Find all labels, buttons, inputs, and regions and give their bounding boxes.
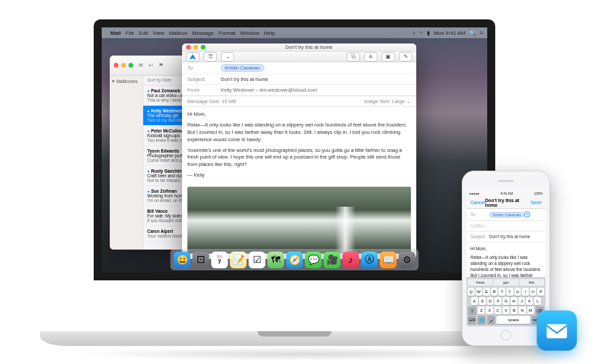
zoom-button[interactable] bbox=[201, 45, 205, 50]
menubar-edit[interactable]: Edit bbox=[139, 30, 148, 36]
recipient-pill[interactable]: Kristin Canavan bbox=[221, 64, 264, 72]
recipient-pill[interactable]: Kristin Canavan bbox=[489, 212, 524, 217]
menubar-message[interactable]: Message bbox=[192, 30, 213, 36]
sidebar-mailboxes[interactable]: Mailboxes bbox=[116, 79, 138, 84]
minimize-button[interactable] bbox=[121, 63, 126, 68]
chevron-down-icon[interactable]: ⌄ bbox=[221, 52, 234, 62]
zoom-button[interactable] bbox=[128, 63, 133, 68]
numbers-key[interactable]: 123 bbox=[468, 316, 476, 324]
letter-key[interactable]: Z bbox=[478, 306, 485, 314]
spotlight-icon[interactable]: 🔍 bbox=[469, 30, 476, 36]
letter-key[interactable]: A bbox=[471, 297, 478, 305]
letter-key[interactable]: V bbox=[503, 306, 509, 314]
space-key[interactable]: space bbox=[497, 316, 530, 324]
letter-key[interactable]: Q bbox=[468, 288, 474, 296]
size-bar: Message Size: 15 MB Image Size: Large ⌄ bbox=[182, 96, 416, 107]
suggestion[interactable]: the bbox=[519, 279, 544, 286]
letter-key[interactable]: K bbox=[526, 297, 533, 305]
menubar-window[interactable]: Window bbox=[240, 30, 259, 36]
battery-icon[interactable]: ▮ bbox=[427, 30, 430, 36]
letter-key[interactable]: E bbox=[483, 288, 490, 296]
dock-sysprefs[interactable]: ⚙ bbox=[399, 252, 416, 268]
dock: 😀 ⚀ JUL7 📝 ☑ 🗺 🧭 💬 🎥 ♪ Ⓐ 📖 ⚙ bbox=[171, 249, 419, 270]
letter-key[interactable]: C bbox=[495, 306, 501, 314]
letter-key[interactable]: R bbox=[491, 288, 498, 296]
subject-field[interactable]: Subject:Don't try this at home bbox=[466, 232, 545, 242]
header-fields-button[interactable]: ☰ bbox=[203, 52, 217, 62]
letter-key[interactable]: F bbox=[495, 297, 501, 305]
reply-icon[interactable]: ↩ bbox=[149, 62, 153, 68]
menubar: Mail File Edit View Mailbox Message Form… bbox=[102, 27, 487, 38]
letter-key[interactable]: Y bbox=[507, 288, 513, 296]
cancel-button[interactable]: Cancel bbox=[470, 200, 485, 205]
shift-key[interactable]: ⇧ bbox=[468, 306, 476, 314]
from-field[interactable]: From:Kelly Westover – km.westover@icloud… bbox=[182, 85, 416, 96]
dock-messages[interactable]: 💬 bbox=[305, 252, 322, 268]
letter-key[interactable]: T bbox=[499, 288, 505, 296]
letter-key[interactable]: N bbox=[519, 306, 525, 314]
letter-key[interactable]: I bbox=[522, 288, 529, 296]
letter-key[interactable]: H bbox=[511, 297, 517, 305]
minimize-button[interactable] bbox=[193, 45, 198, 50]
close-button[interactable] bbox=[114, 63, 118, 68]
body-paragraph: Yosemite's one of the world's most photo… bbox=[187, 147, 411, 169]
message-body[interactable]: Hi Mom, Relax—it only looks like I was s… bbox=[182, 107, 416, 187]
send-button[interactable] bbox=[186, 52, 199, 62]
flag-icon[interactable]: ⚑ bbox=[159, 62, 163, 68]
letter-key[interactable]: U bbox=[515, 288, 521, 296]
markup-button[interactable]: ✎ bbox=[399, 52, 412, 62]
dock-maps[interactable]: 🗺 bbox=[268, 252, 284, 268]
dock-appstore[interactable]: Ⓐ bbox=[361, 252, 378, 268]
dock-launchpad[interactable]: ⚀ bbox=[193, 252, 209, 268]
letter-key[interactable]: O bbox=[530, 288, 537, 296]
dock-ibooks[interactable]: 📖 bbox=[380, 252, 397, 268]
to-field[interactable]: To:Kristin Canavan bbox=[182, 62, 416, 74]
attach-button[interactable]: 📎 bbox=[347, 52, 360, 62]
mailbox-sidebar[interactable]: ▸Mailboxes bbox=[110, 76, 143, 250]
mic-key[interactable]: 🎤 bbox=[487, 316, 495, 324]
send-button[interactable]: Send bbox=[531, 200, 541, 205]
letter-key[interactable]: P bbox=[537, 288, 544, 296]
message-body[interactable]: Hi Mom, Relax—it only looks like I was s… bbox=[466, 242, 545, 277]
menubar-clock[interactable]: Mon 9:41 AM bbox=[434, 30, 465, 36]
letter-key[interactable]: W bbox=[476, 288, 483, 296]
menubar-app[interactable]: Mail bbox=[110, 30, 121, 36]
dock-reminders[interactable]: ☑ bbox=[249, 252, 266, 268]
letter-key[interactable]: B bbox=[511, 306, 517, 314]
ccbcc-field[interactable]: Cc/Bcc: bbox=[466, 221, 545, 232]
dock-calendar[interactable]: JUL7 bbox=[211, 252, 228, 268]
menubar-mailbox[interactable]: Mailbox bbox=[169, 30, 187, 36]
add-recipient-button[interactable]: + bbox=[524, 211, 530, 217]
menubar-file[interactable]: File bbox=[126, 30, 135, 36]
menubar-help[interactable]: Help bbox=[264, 30, 274, 36]
suggestion[interactable]: get bbox=[493, 279, 519, 286]
wifi-icon[interactable]: ⌔ bbox=[420, 30, 423, 36]
subject-field[interactable]: Subject:Don't try this at home bbox=[182, 74, 416, 85]
to-field[interactable]: To:Kristin Canavan+ bbox=[466, 209, 545, 221]
globe-key[interactable]: 🌐 bbox=[477, 316, 485, 324]
format-button[interactable]: A bbox=[364, 52, 377, 62]
letter-key[interactable]: M bbox=[527, 306, 534, 314]
dock-notes[interactable]: 📝 bbox=[230, 252, 247, 268]
image-size-select[interactable]: Large bbox=[392, 98, 405, 104]
home-button[interactable] bbox=[501, 330, 511, 341]
letter-key[interactable]: J bbox=[519, 297, 525, 305]
close-button[interactable] bbox=[186, 45, 191, 50]
letter-key[interactable]: G bbox=[503, 297, 509, 305]
dock-itunes[interactable]: ♪ bbox=[343, 252, 359, 268]
notification-center-icon[interactable]: ≡ bbox=[480, 30, 483, 36]
menubar-format[interactable]: Format bbox=[219, 30, 236, 36]
attached-image[interactable] bbox=[187, 187, 411, 254]
letter-key[interactable]: X bbox=[486, 306, 493, 314]
suggestion[interactable]: have bbox=[468, 279, 493, 286]
dock-safari[interactable]: 🧭 bbox=[286, 252, 303, 268]
photo-browser-button[interactable]: ▣ bbox=[381, 52, 395, 62]
dock-finder[interactable]: 😀 bbox=[174, 252, 191, 268]
letter-key[interactable]: L bbox=[534, 297, 541, 305]
compose-icon[interactable]: ✉ bbox=[139, 62, 143, 68]
dock-facetime[interactable]: 🎥 bbox=[324, 252, 341, 268]
menubar-view[interactable]: View bbox=[153, 30, 164, 36]
letter-key[interactable]: D bbox=[487, 297, 494, 305]
bluetooth-icon[interactable]: ᚼ bbox=[412, 30, 416, 36]
letter-key[interactable]: S bbox=[479, 297, 486, 305]
